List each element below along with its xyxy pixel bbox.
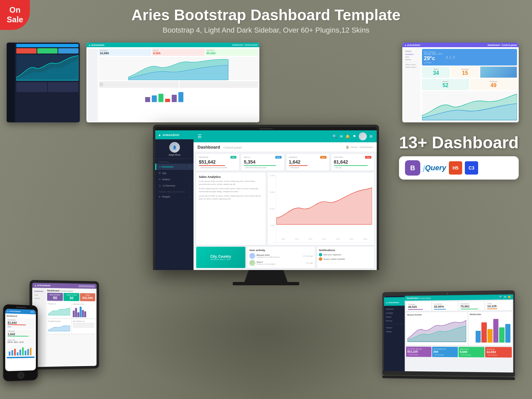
svg-rect-8	[9, 351, 10, 355]
activity-avatar-1	[249, 253, 255, 259]
sidebar-item-app[interactable]: ⊞ App ›	[155, 170, 194, 176]
chart-card: 20,000 15,000 10,000 5,000 0	[268, 173, 374, 245]
stat-visitors-badge[interactable]: View	[365, 156, 371, 159]
stats-row: REVENUE View $51,642 ↓ 128 decrease from…	[194, 152, 377, 173]
svg-rect-4	[172, 95, 177, 102]
laptop-device: ▲ AriesAdmin Dashboard Campaign Reports …	[382, 290, 515, 380]
stat-visitors-value: 81,642	[334, 159, 371, 165]
svg-rect-2	[159, 94, 164, 102]
on-sale-line1: On	[9, 5, 20, 15]
mail-icon[interactable]: ✉	[340, 134, 343, 139]
monitor-stand	[244, 270, 288, 282]
svg-rect-9	[11, 350, 13, 355]
stat-revenue-change: ↓ 128 decrease from last month	[199, 167, 236, 169]
stat-sells-badge[interactable]: View	[275, 156, 282, 159]
notif-icon-2: !	[319, 257, 322, 261]
sidebar-item-ui[interactable]: ◫ UI Elements ›	[155, 183, 194, 189]
notif-item-2: ! System update available	[319, 257, 372, 261]
svg-rect-0	[145, 97, 150, 102]
sidebar-item-widgets[interactable]: ◈ Widgets ›	[155, 194, 194, 200]
stat-revenue-badge[interactable]: View	[230, 156, 237, 159]
activity-time-1: 24 min ago	[303, 255, 313, 257]
background-ellipse	[116, 266, 416, 399]
flag-icon[interactable]: ⚑	[353, 134, 356, 139]
dashboard-count-text: 13+ Dashboard	[399, 133, 519, 152]
stat-visitors-change: ↑ 137 up	[334, 167, 371, 169]
city-card: City, Country MONDAY, May 9, 2017	[196, 247, 245, 268]
svg-rect-16	[30, 348, 32, 355]
stat-revenue-value: $51,642	[199, 159, 236, 165]
svg-rect-1	[152, 95, 157, 102]
bell-icon[interactable]: 🔔	[345, 134, 350, 139]
stat-sells-label: SELLS	[244, 156, 250, 158]
svg-rect-12	[20, 349, 21, 355]
city-date: MONDAY, May 9, 2017	[210, 258, 231, 260]
hamburger-icon[interactable]: ☰	[198, 134, 202, 139]
bottom-section: City, Country MONDAY, May 9, 2017 User a…	[194, 247, 377, 270]
stat-card-revenue: REVENUE View $51,642 ↓ 128 decrease from…	[196, 154, 239, 171]
sidebar-username: Juliya Rhus	[158, 154, 191, 156]
stat-revenue-label: REVENUE	[199, 156, 208, 158]
search-icon[interactable]: 🔍	[332, 134, 337, 139]
html5-badge: H5	[449, 161, 462, 175]
stat-orders-change: ↓ 149 down	[289, 167, 327, 169]
page-title: Dashboard	[198, 145, 220, 150]
svg-rect-13	[22, 347, 24, 355]
dashboard-title-bar: Dashboard Control panel 🏠 Home › Dashboa…	[194, 142, 377, 152]
dark-main	[15, 43, 80, 122]
activity-avatar-2	[249, 260, 255, 266]
user-activity-title: User activity	[249, 249, 313, 252]
activity-action-1: Updated his profile picture	[257, 256, 302, 258]
sales-analytics-title: Sales Analytics	[199, 175, 263, 179]
on-sale-line2: Sale	[7, 15, 23, 25]
sidebar-dashboard-label: Dashboard	[162, 166, 173, 168]
stat-orders-label: ORDERS	[289, 156, 298, 158]
sidebar-item-dashboard[interactable]: ▪ Dashboard ›	[155, 164, 194, 170]
stat-orders-value: 1,642	[289, 159, 327, 165]
activity-item-2: User 2 Posted a new update 1 hr ago	[249, 260, 313, 266]
user-avatar-header[interactable]	[359, 132, 367, 140]
svg-rect-10	[14, 349, 16, 355]
bootstrap-badge: B	[405, 160, 420, 176]
main-title-area: Aries Bootstrap Dashboard Template Boots…	[131, 6, 400, 35]
activity-time-2: 1 hr ago	[306, 262, 313, 264]
sales-analytics-desc3: Lorem ipsum dolor sit amet, ectetur adip…	[199, 195, 263, 200]
tech-badges-panel: B jQuery H5 C3	[399, 156, 519, 180]
stat-card-sells: SELLS View 5,354 ↑ 324 more than last ye…	[241, 154, 284, 171]
sidebar-section-personal: PERSONAL	[155, 159, 194, 164]
sidebar-item-mailbox[interactable]: ✉ Mailbox ›	[155, 176, 194, 183]
sales-analytics-card: Sales Analytics Lorem ipsum dolor sit am…	[196, 173, 266, 245]
notifications-card: Notifications + New user registered ! Sy…	[317, 247, 374, 268]
monitor-screen-content: ▲ AriesAdmin 👤 Juliya Rhus PERSONAL ▪ Da…	[155, 130, 377, 270]
sidebar-app-label: App	[162, 172, 166, 174]
main-heading: Aries Bootstrap Dashboard Template	[131, 6, 400, 24]
top-left-screenshots	[7, 43, 80, 122]
top-header-bar: ☰ 🔍 ✉ 🔔 ⚑ ⚙	[194, 130, 377, 142]
sales-analytics-desc2: Ectetur adipiscing elit, viverra tellus-…	[199, 187, 263, 193]
stat-sells-change: ↑ 324 more than last year	[244, 167, 281, 169]
notif-text-1: New user registered	[323, 254, 341, 256]
notif-item-1: + New user registered	[319, 253, 372, 256]
main-monitor: ▲ AriesAdmin 👤 Juliya Rhus PERSONAL ▪ Da…	[153, 125, 379, 285]
tablet-device: ▲ AriesAdmin Dashboard Stats Reports Das…	[30, 280, 99, 370]
dark-sidebar	[7, 43, 15, 122]
css3-badge: C3	[465, 161, 478, 175]
stat-orders-badge[interactable]: View	[320, 156, 327, 159]
sidebar-widgets-label: Widgets	[162, 196, 170, 198]
sales-analytics-desc1: Lorem ipsum dolor sit amet, ectetur adip…	[199, 180, 263, 186]
laptop-screen: ▲ AriesAdmin Dashboard Campaign Reports …	[384, 294, 513, 372]
stat-visitors-label: VISITORS	[334, 156, 343, 158]
right-info-panel: 13+ Dashboard B jQuery H5 C3	[399, 133, 519, 180]
sidebar-mailbox-label: Mailbox	[162, 178, 170, 181]
top-center-screenshots: ▲ AriesAdmin Dashboard · Control panel R…	[86, 43, 259, 122]
notif-text-2: System update available	[323, 258, 345, 260]
svg-text:B: B	[410, 164, 415, 172]
svg-rect-11	[17, 352, 19, 355]
gear-icon[interactable]: ⚙	[369, 134, 373, 139]
activity-item-1: Maryam Amiri Updated his profile picture…	[249, 253, 313, 259]
activity-action-2: Posted a new update	[257, 263, 305, 265]
page-subtitle: Control panel	[223, 146, 241, 149]
phone-screen: ▲ AriesAdmin Dashboard REVENUE $1,642 Vi…	[5, 309, 36, 371]
city-name: City, Country	[210, 255, 231, 258]
breadcrumb: 🏠 Home › Dashboard	[346, 146, 373, 149]
